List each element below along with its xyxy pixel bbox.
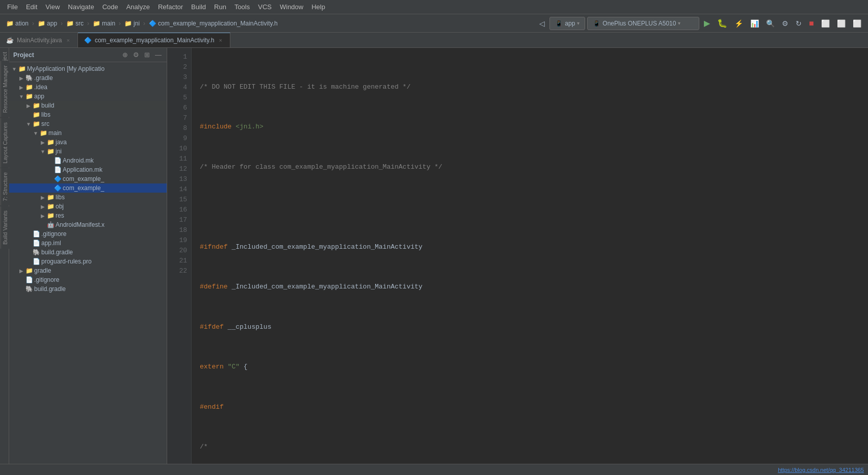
menu-view[interactable]: View xyxy=(41,2,64,12)
tree-libs-app[interactable]: 📁 libs xyxy=(9,110,167,119)
code-line-4 xyxy=(200,202,860,212)
tree-gitignore-app[interactable]: 📄 .gitignore xyxy=(9,229,167,239)
tree-main[interactable]: ▼ 📁 main xyxy=(9,128,167,138)
folder-icon-jni: 📁 xyxy=(124,20,132,27)
tree-build[interactable]: ▶ 📁 build xyxy=(9,101,167,110)
editor-area: 1 2 3 4 5 6 7 8 9 10 11 12 13 14 15 16 1… xyxy=(167,48,868,464)
tree-build-gradle-root[interactable]: 🐘 build.gradle xyxy=(9,284,167,294)
back-navigation-btn[interactable]: ◁ xyxy=(537,18,547,29)
bug-icon-btn[interactable]: 🔍 xyxy=(764,18,777,29)
menu-window[interactable]: Window xyxy=(276,2,307,12)
menu-run[interactable]: Run xyxy=(210,2,230,12)
breadcrumb-sep-5: › xyxy=(143,20,145,27)
menu-vcs[interactable]: VCS xyxy=(254,2,276,12)
tree-jni[interactable]: ▼ 📁 jni xyxy=(9,147,167,156)
tree-androidmanifest[interactable]: 🤖 AndroidManifest.x xyxy=(9,220,167,229)
refresh-btn[interactable]: ↻ xyxy=(793,18,804,29)
tree-folder-icon-app: 📁 xyxy=(25,93,33,100)
line-num-1: 1 xyxy=(171,52,187,62)
tree-header-2[interactable]: 🔷 com_example_ xyxy=(9,183,167,193)
code-content[interactable]: /* DO NOT EDIT THIS FILE - it is machine… xyxy=(192,48,868,464)
menu-edit[interactable]: Edit xyxy=(22,2,41,12)
tree-arrow-main: ▼ xyxy=(33,130,39,136)
tree-res[interactable]: ▶ 📁 res xyxy=(9,211,167,220)
tree-application-mk[interactable]: 📄 Application.mk xyxy=(9,165,167,174)
tree-label-app-iml: app.iml xyxy=(41,240,61,247)
tree-header-1[interactable]: 🔷 com_example_ xyxy=(9,174,167,183)
breadcrumb-src[interactable]: 📁 src xyxy=(64,19,86,28)
stop-btn[interactable]: ■ xyxy=(806,17,817,30)
tree-proguard[interactable]: 📄 proguard-rules.pro xyxy=(9,257,167,266)
menu-help[interactable]: Help xyxy=(307,2,329,12)
breadcrumb-app[interactable]: 📁 app xyxy=(36,19,59,28)
line-num-16: 16 xyxy=(171,205,187,215)
line-num-19: 19 xyxy=(171,235,187,246)
tree-build-gradle-app[interactable]: 🐘 build.gradle xyxy=(9,248,167,257)
menu-code[interactable]: Code xyxy=(98,2,122,12)
more-btn[interactable]: ⬜ xyxy=(850,18,864,29)
build-btn[interactable]: ⬜ xyxy=(834,18,848,29)
run-btn[interactable]: ▶ xyxy=(701,17,713,30)
side-tab-resource-manager[interactable]: Resource Manager xyxy=(1,61,9,117)
tree-gitignore-root[interactable]: 📄 .gitignore xyxy=(9,275,167,284)
tree-android-mk[interactable]: 📄 Android.mk xyxy=(9,156,167,165)
breadcrumb-main[interactable]: 📁 main xyxy=(91,19,117,28)
profile-btn[interactable]: 📊 xyxy=(748,18,761,29)
menu-file[interactable]: File xyxy=(3,2,22,12)
tree-app[interactable]: ▼ 📁 app xyxy=(9,92,167,101)
side-tab-build-variants[interactable]: Build Variants xyxy=(1,206,9,249)
tree-java[interactable]: ▶ 📁 java xyxy=(9,138,167,147)
breadcrumb-sep-3: › xyxy=(87,20,89,27)
settings-btn[interactable]: ⚙ xyxy=(779,18,791,29)
menu-analyze[interactable]: Analyze xyxy=(122,2,154,12)
tab-header-close[interactable]: × xyxy=(217,37,223,44)
tree-gradle-root[interactable]: ▶ 📁 gradle xyxy=(9,266,167,275)
tree-label-jni: jni xyxy=(56,148,62,155)
tree-src[interactable]: ▼ 📁 src xyxy=(9,119,167,128)
debug-btn[interactable]: 🐛 xyxy=(715,17,730,30)
code-container[interactable]: 1 2 3 4 5 6 7 8 9 10 11 12 13 14 15 16 1… xyxy=(167,48,868,464)
toolbar: 📁 ation › 📁 app › 📁 src › 📁 main › 📁 jni… xyxy=(0,14,868,33)
status-url[interactable]: https://blog.csdn.net/qq_34211365 xyxy=(778,467,864,473)
side-tab-layout-captures[interactable]: Layout Captures xyxy=(1,118,9,168)
menu-build[interactable]: Build xyxy=(187,2,210,12)
line-num-21: 21 xyxy=(171,256,187,266)
tree-libs-inner[interactable]: ▶ 📁 libs xyxy=(9,193,167,202)
menu-tools[interactable]: Tools xyxy=(230,2,254,12)
sidebar-settings-btn[interactable]: ⚙ xyxy=(132,50,140,60)
tab-header-file[interactable]: 🔷 com_example_myapplication_MainActivity… xyxy=(78,33,230,48)
attach-debugger-btn[interactable]: ⚡ xyxy=(732,18,746,29)
code-normal-2 xyxy=(231,122,235,132)
breadcrumb-ation[interactable]: 📁 ation xyxy=(4,19,31,28)
sync-btn[interactable]: ⬜ xyxy=(819,18,832,29)
breadcrumb-file[interactable]: 🔷 com_example_myapplication_MainActivity… xyxy=(147,19,280,28)
tree-arrow-myapp: ▼ xyxy=(11,66,17,72)
tree-gradle-dot[interactable]: ▶ 🐘 .gradle xyxy=(9,73,167,83)
tree-folder-icon-obj: 📁 xyxy=(47,203,55,210)
line-num-22: 22 xyxy=(171,266,187,276)
menu-navigate[interactable]: Navigate xyxy=(64,2,98,12)
tree-label-idea: .idea xyxy=(34,84,47,91)
tree-idea[interactable]: ▶ 📁 .idea xyxy=(9,83,167,92)
sidebar-scope-btn[interactable]: ⊕ xyxy=(121,50,129,60)
breadcrumb-jni[interactable]: 📁 jni xyxy=(122,19,142,28)
tab-mainactivity-close[interactable]: × xyxy=(65,37,71,44)
tree-myapplication[interactable]: ▼ 📁 MyApplication [My Applicatio xyxy=(9,64,167,73)
tab-mainactivity[interactable]: ☕ MainActivity.java × xyxy=(0,33,78,48)
code-comment-3: /* Header for class com_example_myapplic… xyxy=(200,162,442,172)
app-selector-btn[interactable]: 📱 app ▾ xyxy=(549,17,585,30)
tree-arrow-res: ▶ xyxy=(40,213,46,219)
tree-app-iml[interactable]: 📄 app.iml xyxy=(9,239,167,248)
tree-android-icon: 🤖 xyxy=(47,221,55,228)
tree-label-gradle-root: gradle xyxy=(34,267,51,274)
menu-refactor[interactable]: Refactor xyxy=(154,2,187,12)
tree-obj[interactable]: ▶ 📁 obj xyxy=(9,202,167,211)
sidebar-collapse-btn[interactable]: — xyxy=(154,50,163,60)
side-tab-structure[interactable]: 7: Structure xyxy=(1,168,9,205)
code-normal-6: _Included_com_example_myapplication_Main… xyxy=(228,282,423,292)
sidebar-gear-btn[interactable]: ⊞ xyxy=(143,50,151,60)
device-selector-btn[interactable]: 📱 OnePlus ONEPLUS A5010 ▾ xyxy=(587,17,699,30)
status-link[interactable]: https://blog.csdn.net/qq_34211365 xyxy=(778,467,864,473)
sidebar-title: Project xyxy=(13,51,118,59)
device-label: OnePlus ONEPLUS A5010 xyxy=(602,20,676,27)
